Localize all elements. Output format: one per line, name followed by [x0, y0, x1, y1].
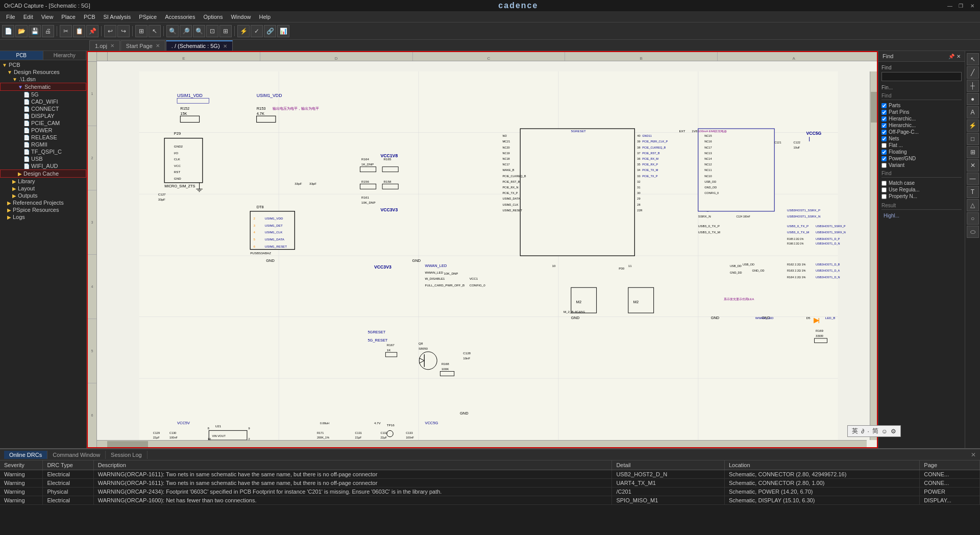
tree-item-connect[interactable]: 📄 CONNECT — [0, 105, 86, 112]
tb-annotate[interactable]: ⚡ — [237, 25, 250, 37]
tb-cut[interactable]: ✂ — [60, 25, 72, 37]
bp-tab-command-window[interactable]: Command Window — [47, 451, 106, 459]
find-opt-power-gnd[interactable]: Power/GND — [881, 155, 962, 162]
rt-btn-junction[interactable]: ● — [967, 93, 979, 105]
panel-tab-pcb[interactable]: PCB — [0, 51, 43, 60]
tb-undo[interactable]: ↩ — [104, 25, 116, 37]
ime-settings[interactable]: ⚙ — [891, 428, 896, 435]
drc-table-row[interactable]: WarningElectricalWARNING(ORCAP-1600): Ne… — [0, 496, 980, 505]
tb-zoom-area[interactable]: ⊞ — [219, 25, 232, 37]
close-button[interactable]: ✕ — [969, 2, 976, 9]
tb-select[interactable]: ↖ — [149, 25, 161, 37]
rt-btn-hierarchical[interactable]: ⊞ — [967, 146, 979, 158]
minimize-button[interactable]: — — [946, 2, 953, 9]
tree-item-pcb[interactable]: ▼ PCB — [0, 61, 86, 68]
tree-item-rgmii[interactable]: 📄 RGMII — [0, 141, 86, 148]
ime-simplified[interactable]: 简 — [872, 427, 878, 435]
tb-netlist[interactable]: 🔗 — [264, 25, 276, 37]
rt-btn-net-alias[interactable]: A — [967, 106, 979, 118]
schematic-content[interactable]: USIM1_VDD R152 15K USIM1_VDD R153 4.7K 输… — [107, 71, 870, 440]
bp-tab-session-log[interactable]: Session Log — [106, 451, 148, 459]
tb-zoom-out[interactable]: 🔍 — [193, 25, 205, 37]
find-cb-part-pins[interactable] — [881, 110, 887, 115]
tb-new[interactable]: 📄 — [2, 25, 14, 37]
tb-zoom-in[interactable]: 🔎 — [180, 25, 192, 37]
find-opt-hier1[interactable]: Hierarchic... — [881, 115, 962, 122]
find-input[interactable] — [881, 72, 962, 81]
find-opt-property-n[interactable]: Property N... — [881, 193, 962, 200]
ime-dot[interactable]: · — [867, 428, 869, 435]
find-cb-floating[interactable] — [881, 150, 887, 155]
find-panel-pin[interactable]: 📌 — [948, 54, 954, 59]
tree-item-library[interactable]: ▶ Library — [0, 178, 86, 185]
horizontal-scrollbar[interactable] — [97, 440, 867, 447]
find-cb-use-regex[interactable] — [881, 187, 887, 192]
tree-item-design-resources[interactable]: ▼ Design Resources — [0, 68, 86, 76]
rt-btn-circle[interactable]: ○ — [967, 212, 979, 225]
rt-btn-text[interactable]: T — [967, 186, 979, 198]
find-cb-power-gnd[interactable] — [881, 156, 887, 161]
menu-help[interactable]: Help — [255, 13, 275, 21]
tree-item-5g[interactable]: 📄 5G — [0, 91, 86, 98]
bp-tab-online-drcs[interactable]: Online DRCs — [4, 451, 47, 459]
vertical-scroll-thumb[interactable] — [871, 92, 877, 123]
horizontal-scroll-thumb[interactable] — [107, 441, 148, 447]
tb-open[interactable]: 📂 — [15, 25, 28, 37]
bottom-panel-close[interactable]: ✕ — [971, 451, 976, 458]
tree-item-usb[interactable]: 📄 USB — [0, 155, 86, 162]
find-cb-nets[interactable] — [881, 136, 887, 141]
find-opt-hier2[interactable]: Hierarchic... — [881, 122, 962, 129]
rt-btn-select[interactable]: ↖ — [967, 53, 979, 65]
tb-print[interactable]: 🖨 — [42, 25, 54, 37]
ime-tone[interactable]: ∂ — [861, 428, 864, 435]
find-panel-close[interactable]: ✕ — [957, 54, 961, 59]
tree-item-display[interactable]: 📄 DISPLAY — [0, 112, 86, 119]
tree-item-design-cache[interactable]: ▶ Design Cache — [0, 169, 86, 178]
find-opt-nets[interactable]: Nets — [881, 135, 962, 142]
menu-view[interactable]: View — [37, 13, 58, 21]
find-result-highlight[interactable]: Highl... — [881, 212, 962, 220]
find-cb-parts[interactable] — [881, 103, 887, 108]
rt-btn-line[interactable]: — — [967, 173, 979, 185]
tree-item-release[interactable]: 📄 RELEASE — [0, 134, 86, 141]
menu-pcb[interactable]: PCB — [80, 13, 100, 21]
rt-btn-wire[interactable]: ╱ — [967, 66, 979, 79]
tb-save[interactable]: 💾 — [29, 25, 41, 37]
drc-table-row[interactable]: WarningPhysicalWARNING(ORCAP-2434): Foot… — [0, 488, 980, 496]
find-cb-property-n[interactable] — [881, 194, 887, 199]
find-opt-flat[interactable]: Flat ... — [881, 142, 962, 149]
find-cb-hier1[interactable] — [881, 116, 887, 121]
tree-item-power[interactable]: 📄 POWER — [0, 127, 86, 134]
tab-schematic-close[interactable]: ✕ — [223, 43, 227, 49]
maximize-button[interactable]: ❐ — [958, 2, 965, 9]
tb-bom[interactable]: 📊 — [277, 25, 289, 37]
tree-item-referenced-projects[interactable]: ▶ Referenced Projects — [0, 199, 86, 206]
tab-schematic-5g[interactable]: . / (Schematic : 5G) ✕ — [166, 40, 233, 51]
tree-item-layout[interactable]: ▶ Layout — [0, 185, 86, 192]
drc-table-row[interactable]: WarningElectricalWARNING(ORCAP-1611): Tw… — [0, 470, 980, 479]
rt-btn-bus[interactable]: ┼ — [967, 80, 979, 92]
tab-start-page-close[interactable]: ✕ — [156, 43, 160, 48]
tab-opj-close[interactable]: ✕ — [110, 43, 114, 48]
tree-item-tf-qspi[interactable]: 📄 TF_QSPI_C — [0, 148, 86, 155]
menu-window[interactable]: Window — [227, 13, 255, 21]
rt-btn-part[interactable]: □ — [967, 133, 979, 145]
ime-toolbar[interactable]: 英 ∂ · 简 ☺ ⚙ — [847, 425, 901, 437]
tree-item-pspice-resources[interactable]: ▶ PSpice Resources — [0, 206, 86, 213]
find-cb-off-page[interactable] — [881, 130, 887, 135]
ime-emoji[interactable]: ☺ — [881, 428, 888, 435]
tree-item-wifi-aud[interactable]: 📄 WIFI_AUD — [0, 162, 86, 169]
find-opt-use-regex[interactable]: Use Regula... — [881, 186, 962, 193]
find-opt-off-page[interactable]: Off-Page-C... — [881, 129, 962, 135]
rt-btn-no-connect[interactable]: ✕ — [967, 159, 979, 172]
find-opt-part-pins[interactable]: Part Pins — [881, 109, 962, 115]
menu-options[interactable]: Options — [199, 13, 227, 21]
tree-item-dsn[interactable]: ▼ .\1.dsn — [0, 76, 86, 83]
vertical-scrollbar[interactable] — [870, 71, 877, 440]
tb-redo[interactable]: ↪ — [117, 25, 130, 37]
tb-drc[interactable]: ✓ — [251, 25, 263, 37]
tb-copy[interactable]: 📋 — [73, 25, 85, 37]
menu-accessories[interactable]: Accessories — [161, 13, 199, 21]
menu-si-analysis[interactable]: SI Analysis — [100, 13, 135, 21]
find-opt-match-case[interactable]: Match case — [881, 180, 962, 186]
